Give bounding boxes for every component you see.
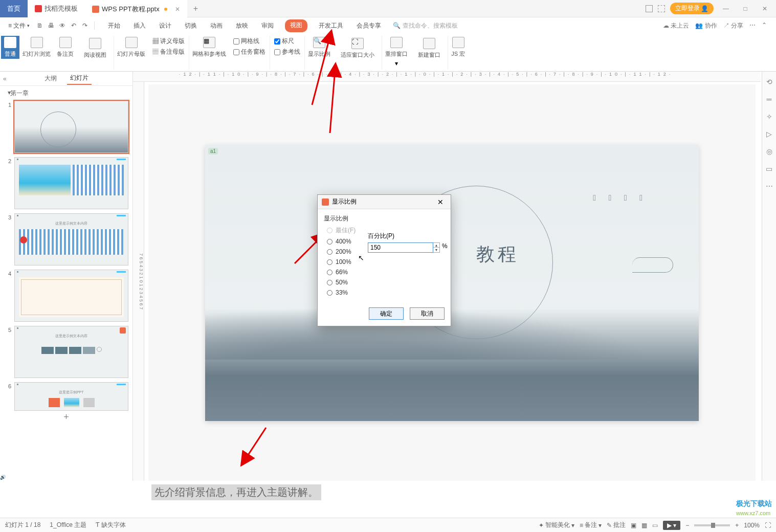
login-button[interactable]: 立即登录👤 — [670, 3, 714, 14]
menutab-design[interactable]: 设计 — [157, 19, 173, 32]
share-button[interactable]: ↗ 分享 — [723, 21, 743, 30]
sidebar-icon-1[interactable]: ⟲ — [766, 78, 772, 86]
notes-master-button[interactable]: ▤ 备注母版 — [152, 48, 185, 56]
dialog-cancel-button[interactable]: 取消 — [410, 307, 445, 320]
dialog-ok-button[interactable]: 确定 — [369, 307, 404, 320]
slide-master-label: 幻灯片母版 — [117, 50, 145, 58]
menutab-slideshow[interactable]: 放映 — [234, 19, 250, 32]
guides-checkbox[interactable]: 参考线 — [274, 48, 300, 56]
zoom-in-button[interactable]: + — [735, 522, 739, 529]
slide-thumb-2[interactable] — [14, 157, 128, 209]
more-menu-icon[interactable]: ⋯ — [749, 21, 756, 30]
add-slide-button[interactable]: + — [0, 411, 132, 423]
handout-master-button[interactable]: ▦ 讲义母版 — [152, 37, 185, 46]
new-window-button[interactable]: 新建窗口 — [415, 37, 444, 60]
sidebar-icon-7[interactable]: ⋯ — [766, 182, 773, 190]
status-missing-font[interactable]: Ƭ 缺失字体 — [96, 521, 125, 529]
tab-current-file[interactable]: WPS PPT教程.pptx ✕ — [85, 0, 187, 17]
zoom-slider[interactable] — [694, 524, 730, 526]
file-menu[interactable]: ≡ 文件 ▾ — [4, 21, 34, 30]
zoom-radio-100[interactable]: 100% — [327, 258, 445, 265]
dialog-titlebar[interactable]: 显示比例 ✕ — [318, 195, 451, 209]
zoom-radio-66[interactable]: 66% — [327, 269, 445, 276]
sidebar-icon-2[interactable]: ═ — [767, 95, 772, 103]
tab-home[interactable]: 首页 — [0, 0, 28, 17]
qa-preview-icon[interactable]: 👁 — [58, 21, 66, 30]
view-normal-icon[interactable]: ▣ — [631, 522, 636, 529]
sidebar-icon-6[interactable]: ▭ — [766, 165, 772, 173]
view-reading-icon[interactable]: ▭ — [652, 522, 658, 529]
sidebar-icon-3[interactable]: ✧ — [766, 113, 772, 121]
status-beautify[interactable]: ✦ 智能美化 ▾ — [539, 521, 574, 529]
percent-spinner[interactable]: ▲▼ — [433, 242, 440, 253]
status-review-toggle[interactable]: ✎ 批注 — [607, 521, 626, 529]
zoom-out-button[interactable]: − — [685, 522, 689, 529]
ruler-checkbox[interactable]: 标尺 — [274, 37, 300, 46]
section-header[interactable]: 第一章 — [0, 86, 132, 101]
fit-window-button[interactable]: ⛶适应窗口大小 — [338, 37, 378, 60]
js-macro-button[interactable]: JS 宏 — [448, 36, 468, 59]
layout-icon-2[interactable] — [658, 5, 665, 12]
slide-thumb-4[interactable] — [14, 270, 128, 322]
slide-thumb-6[interactable]: 这里是示例PPT — [14, 382, 128, 411]
qa-redo-icon[interactable]: ↷ — [81, 21, 89, 30]
spin-up-icon[interactable]: ▲ — [433, 243, 439, 248]
left-tab-outline[interactable]: 大纲 — [41, 73, 60, 84]
command-search[interactable]: 🔍 查找命令、搜索模板 — [393, 21, 458, 30]
menutab-view[interactable]: 视图 — [285, 19, 307, 32]
sidebar-icon-4[interactable]: ▷ — [766, 130, 772, 138]
zoom-percent[interactable]: 100% — [744, 522, 760, 529]
notes-pane[interactable]: 先介绍背景信息，再进入主题讲解。 — [148, 483, 756, 501]
view-notespage-button[interactable]: 备注页 — [54, 36, 77, 59]
spin-down-icon[interactable]: ▼ — [433, 248, 439, 252]
menutab-vip[interactable]: 会员专享 — [354, 19, 383, 32]
zoom-button[interactable]: 🔍显示比例 — [305, 36, 334, 59]
menutab-transition[interactable]: 切换 — [183, 19, 199, 32]
tab-close-icon[interactable]: ✕ — [175, 6, 180, 13]
slide-thumb-5[interactable]: 这里是示例文本内容 — [14, 326, 128, 378]
menutab-review[interactable]: 审阅 — [259, 19, 276, 32]
grid-guides-label: 网格和参考线 — [192, 50, 226, 58]
view-sorter-button[interactable]: 幻灯片浏览 — [19, 36, 54, 59]
fit-to-window-icon[interactable]: ⛶ — [765, 522, 771, 529]
view-normal-button[interactable]: 普通 — [1, 36, 19, 59]
gridlines-checkbox[interactable]: 网格线 — [233, 37, 265, 46]
cloud-status[interactable]: ☁ 未上云 — [663, 21, 689, 30]
menutab-animation[interactable]: 动画 — [208, 19, 225, 32]
grid-guides-button[interactable]: ▦网格和参考线 — [189, 36, 229, 59]
ribbon-collapse-icon[interactable]: ⌃ — [762, 21, 767, 30]
menutab-start[interactable]: 开始 — [106, 19, 122, 32]
slide-thumb-3[interactable]: 这里是示例文本内容 — [14, 213, 128, 265]
qa-save-icon[interactable]: 🗎 — [36, 21, 44, 30]
menutab-devtools[interactable]: 开发工具 — [317, 19, 345, 32]
collapse-pane-icon[interactable]: « — [3, 75, 7, 82]
play-slideshow-button[interactable]: ▶ ▾ — [663, 521, 680, 530]
view-reading-button[interactable]: 阅读视图 — [81, 37, 109, 60]
tab-template[interactable]: 找稻壳模板 — [28, 0, 85, 17]
slide-master-button[interactable]: 幻灯片母版 — [114, 36, 148, 59]
window-maximize-button[interactable]: □ — [738, 5, 752, 12]
view-sorter-icon[interactable]: ▦ — [641, 522, 647, 529]
left-tab-slides[interactable]: 幻灯片 — [67, 72, 92, 85]
notes-text[interactable]: 先介绍背景信息，再进入主题讲解。 — [151, 484, 321, 500]
layout-icon-1[interactable] — [646, 5, 653, 12]
editor-canvas[interactable]: a1 教程 𓅮 𓅮 𓅮 𓅮 — [148, 84, 756, 481]
qa-undo-icon[interactable]: ↶ — [70, 21, 78, 30]
window-minimize-button[interactable]: — — [719, 5, 733, 12]
percent-input[interactable] — [368, 242, 433, 253]
taskpane-checkbox[interactable]: 任务窗格 — [233, 48, 265, 56]
status-notes-toggle[interactable]: ≡ 备注 ▾ — [580, 521, 602, 529]
sidebar-icon-5[interactable]: ◎ — [766, 147, 772, 156]
coop-button[interactable]: 👥 协作 — [695, 21, 717, 30]
zoom-radio-50[interactable]: 50% — [327, 279, 445, 286]
qa-print-icon[interactable]: 🖶 — [47, 21, 55, 30]
window-close-button[interactable]: ✕ — [758, 5, 772, 12]
arrange-windows-button[interactable]: 重排窗口▾ — [382, 36, 411, 68]
slide-thumb-1[interactable] — [14, 101, 128, 153]
tab-add-button[interactable]: + — [187, 0, 204, 17]
percent-sign: % — [442, 242, 448, 253]
slide-main[interactable]: a1 教程 𓅮 𓅮 𓅮 𓅮 — [205, 145, 699, 421]
zoom-radio-33[interactable]: 33% — [327, 289, 445, 296]
menutab-insert[interactable]: 插入 — [131, 19, 148, 32]
dialog-close-button[interactable]: ✕ — [434, 198, 447, 206]
